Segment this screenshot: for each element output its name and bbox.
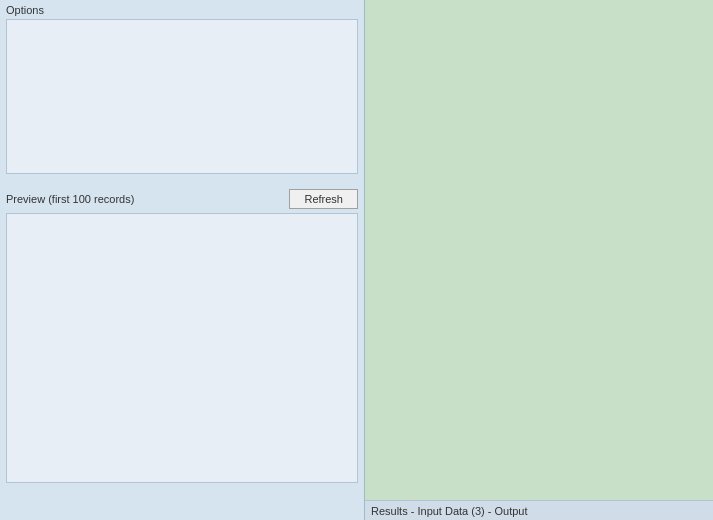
preview-box bbox=[6, 213, 358, 483]
options-label: Options bbox=[6, 4, 358, 16]
right-panel: 📖 ▶ Resolve File Type ✕ The selected fil… bbox=[365, 0, 713, 500]
preview-header: Preview (first 100 records) Refresh bbox=[6, 189, 358, 209]
refresh-button[interactable]: Refresh bbox=[289, 189, 358, 209]
results-label: Results - Input Data (3) - Output bbox=[371, 505, 528, 517]
preview-section: Preview (first 100 records) Refresh bbox=[0, 185, 364, 487]
options-section: Options bbox=[0, 0, 364, 185]
left-panel: Options Preview (first 100 records) Refr… bbox=[0, 0, 365, 520]
options-box bbox=[6, 19, 358, 174]
preview-label: Preview (first 100 records) bbox=[6, 193, 134, 205]
results-bar: Results - Input Data (3) - Output bbox=[365, 500, 713, 520]
